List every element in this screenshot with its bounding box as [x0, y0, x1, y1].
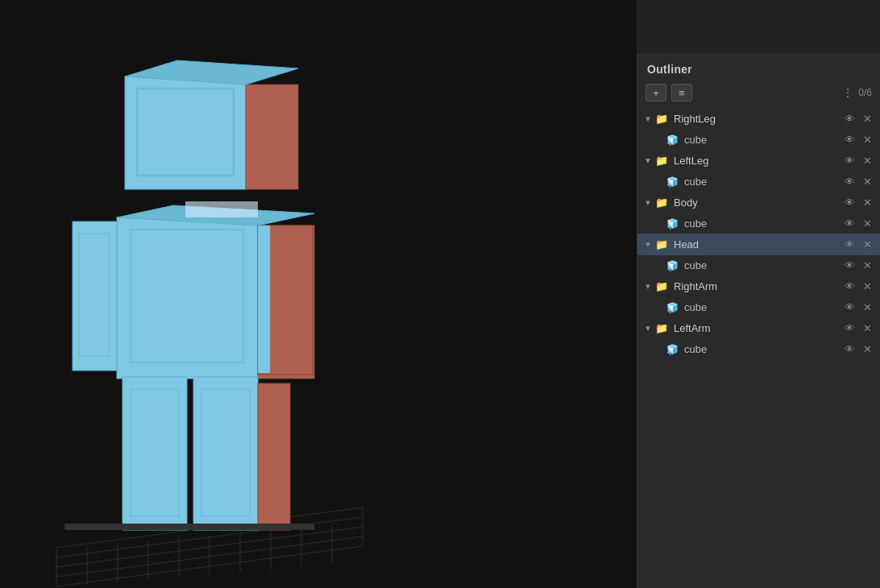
arrow-icon-rightleg: ▼: [644, 114, 652, 123]
eye-icon-child-body-0[interactable]: 👁: [843, 217, 857, 230]
delete-icon-child-rightleg-0[interactable]: ✕: [861, 133, 874, 147]
selection-count: 0/6: [858, 87, 872, 98]
arrow-icon-leftleg: ▼: [644, 156, 652, 165]
arrow-icon-rightarm: ▼: [644, 282, 652, 291]
cube-icon-leftarm-0: 🧊: [666, 344, 679, 355]
eye-icon-body[interactable]: 👁: [843, 196, 857, 209]
delete-icon-child-rightarm-0[interactable]: ✕: [861, 300, 874, 314]
child-body-0[interactable]: 🧊 cube 👁 ✕: [637, 213, 880, 234]
delete-icon-body[interactable]: ✕: [861, 196, 874, 209]
child-leftleg-0[interactable]: 🧊 cube 👁 ✕: [637, 172, 880, 192]
eye-icon-leftleg[interactable]: 👁: [843, 154, 857, 168]
eye-icon-head[interactable]: 👁: [843, 238, 857, 251]
outliner-title: Outliner: [647, 63, 692, 76]
child-name-leftarm-0: cube: [684, 343, 840, 355]
group-head[interactable]: ▼ 📁 Head 👁 ✕: [637, 234, 880, 255]
eye-icon-rightleg[interactable]: 👁: [843, 112, 857, 126]
svg-rect-38: [64, 524, 314, 530]
add-group-button[interactable]: +: [645, 84, 666, 101]
child-name-head-0: cube: [684, 259, 840, 271]
cube-icon-head-0: 🧊: [666, 260, 679, 271]
delete-icon-leftleg[interactable]: ✕: [861, 154, 874, 168]
outliner-toolbar: + ≡ ⋮ 0/6: [637, 81, 880, 105]
character-view: [0, 0, 637, 588]
arrow-icon-body: ▼: [644, 198, 652, 207]
collapse-button[interactable]: ≡: [671, 84, 692, 101]
group-leftarm[interactable]: ▼ 📁 LeftArm 👁 ✕: [637, 317, 880, 339]
child-name-rightleg-0: cube: [684, 134, 840, 146]
outliner-tree[interactable]: ▼ 📁 RightLeg 👁 ✕ 🧊 cube 👁 ✕ ▼ 📁 LeftLeg …: [637, 105, 880, 588]
svg-rect-36: [258, 383, 290, 530]
folder-icon-leftarm: 📁: [655, 322, 668, 334]
delete-icon-child-head-0[interactable]: ✕: [861, 259, 874, 272]
svg-rect-25: [185, 201, 258, 217]
arrow-icon-leftarm: ▼: [644, 324, 652, 333]
eye-icon-child-rightleg-0[interactable]: 👁: [843, 133, 857, 147]
outliner-header: Outliner: [637, 55, 880, 81]
cube-icon-rightarm-0: 🧊: [666, 302, 679, 313]
delete-icon-head[interactable]: ✕: [861, 238, 874, 251]
group-name-head: Head: [674, 238, 840, 251]
group-name-leftleg: LeftLeg: [674, 155, 840, 167]
svg-rect-32: [258, 226, 270, 373]
child-leftarm-0[interactable]: 🧊 cube 👁 ✕: [637, 339, 880, 359]
svg-rect-22: [117, 217, 258, 379]
delete-icon-rightleg[interactable]: ✕: [861, 112, 874, 126]
eye-icon-child-rightarm-0[interactable]: 👁: [843, 300, 857, 314]
group-body[interactable]: ▼ 📁 Body 👁 ✕: [637, 192, 880, 213]
child-rightarm-0[interactable]: 🧊 cube 👁 ✕: [637, 297, 880, 317]
group-rightleg[interactable]: ▼ 📁 RightLeg 👁 ✕: [637, 108, 880, 130]
child-name-body-0: cube: [684, 217, 840, 230]
cube-icon-rightleg-0: 🧊: [666, 135, 679, 146]
cube-icon-body-0: 🧊: [666, 218, 679, 230]
folder-icon-head: 📁: [655, 238, 668, 251]
arrow-icon-head: ▼: [644, 240, 652, 249]
folder-icon-body: 📁: [655, 197, 668, 209]
cube-icon-leftleg-0: 🧊: [666, 176, 679, 188]
folder-icon-rightleg: 📁: [655, 113, 668, 125]
eye-icon-child-leftleg-0[interactable]: 👁: [843, 175, 857, 188]
group-name-body: Body: [674, 197, 840, 209]
3d-viewport[interactable]: [0, 0, 637, 588]
svg-rect-18: [125, 77, 246, 189]
svg-rect-35: [193, 377, 258, 530]
eye-icon-child-leftarm-0[interactable]: 👁: [843, 342, 857, 356]
group-leftleg[interactable]: ▼ 📁 LeftLeg 👁 ✕: [637, 150, 880, 172]
more-options-button[interactable]: ⋮: [842, 86, 853, 99]
group-rightarm[interactable]: ▼ 📁 RightArm 👁 ✕: [637, 275, 880, 297]
folder-icon-rightarm: 📁: [655, 280, 668, 292]
child-name-leftleg-0: cube: [684, 176, 840, 188]
delete-icon-rightarm[interactable]: ✕: [861, 280, 874, 293]
eye-icon-leftarm[interactable]: 👁: [843, 321, 857, 335]
eye-icon-rightarm[interactable]: 👁: [843, 280, 857, 293]
child-rightleg-0[interactable]: 🧊 cube 👁 ✕: [637, 130, 880, 150]
delete-icon-child-leftarm-0[interactable]: ✕: [861, 342, 874, 356]
svg-rect-33: [122, 377, 187, 530]
group-name-rightarm: RightArm: [674, 280, 840, 292]
svg-rect-19: [246, 85, 298, 189]
delete-icon-child-leftleg-0[interactable]: ✕: [861, 175, 874, 188]
delete-icon-child-body-0[interactable]: ✕: [861, 217, 874, 230]
folder-icon-leftleg: 📁: [655, 155, 668, 167]
right-panel: Outliner + ≡ ⋮ 0/6 ▼ 📁 RightLeg 👁 ✕ 🧊 cu…: [637, 0, 880, 588]
eye-icon-child-head-0[interactable]: 👁: [843, 259, 857, 272]
child-head-0[interactable]: 🧊 cube 👁 ✕: [637, 255, 880, 275]
top-bar: [637, 0, 880, 55]
group-name-leftarm: LeftArm: [674, 322, 840, 334]
group-name-rightleg: RightLeg: [674, 113, 840, 125]
delete-icon-leftarm[interactable]: ✕: [861, 321, 874, 335]
outliner-panel: Outliner + ≡ ⋮ 0/6 ▼ 📁 RightLeg 👁 ✕ 🧊 cu…: [637, 55, 880, 588]
child-name-rightarm-0: cube: [684, 301, 840, 313]
